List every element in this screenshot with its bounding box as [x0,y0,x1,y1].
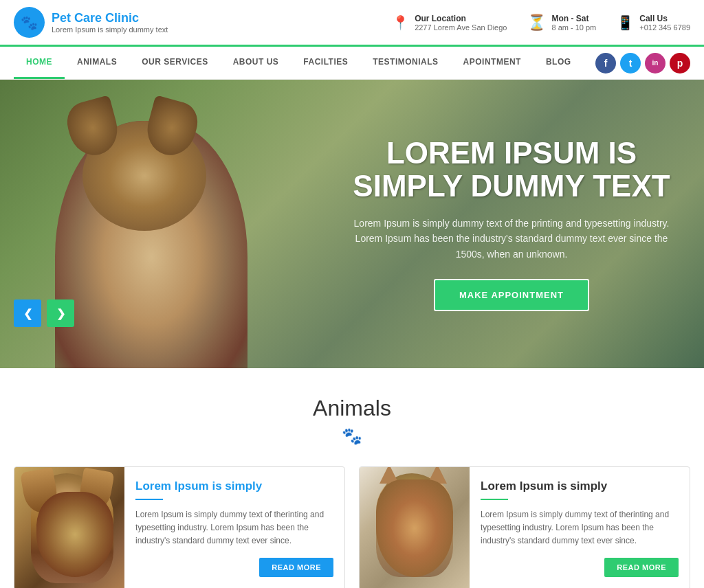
location-info: 📍 Our Location 2277 Lorem Ave San Diego [392,14,507,32]
section-paw-divider: 🐾 [14,427,690,446]
facebook-button[interactable]: f [595,53,616,74]
animal-card-dog: Lorem Ipsum is simply Lorem Ipsum is sim… [14,466,345,588]
nav-services[interactable]: OUR SERVICES [129,47,220,79]
header-info: 📍 Our Location 2277 Lorem Ave San Diego … [392,14,690,32]
nav-links: HOME ANIMALS OUR SERVICES ABOUT US FACIL… [14,47,584,79]
hours-value: 8 am - 10 pm [551,23,596,32]
prev-arrow-button[interactable]: ❮ [14,299,41,327]
hero-arrows: ❮ ❯ [14,299,74,327]
animals-cards: Lorem Ipsum is simply Lorem Ipsum is sim… [14,466,690,588]
phone-value: +012 345 6789 [639,23,690,32]
cat-read-more-button[interactable]: READ MORE [604,558,679,577]
animal-card-cat: Lorem Ipsum is simply Lorem Ipsum is sim… [359,466,690,588]
nav-home[interactable]: HOME [14,47,65,79]
nav-facilities[interactable]: FACILTIES [291,47,360,79]
make-appointment-button[interactable]: MAKE APPOINTMENT [434,279,589,311]
cat-ear-right [428,467,447,484]
instagram-button[interactable]: in [645,53,666,74]
pinterest-button[interactable]: p [670,53,690,74]
location-label: Our Location [415,14,507,23]
logo-text: Pet Care Clinic Lorem Ipsum is simply du… [52,11,168,34]
location-icon: 📍 [392,14,409,31]
dog-card-divider [135,499,163,500]
hours-info: ⏳ Mon - Sat 8 am - 10 pm [527,14,596,32]
cat-eye-left [390,494,399,502]
nav-testimonials[interactable]: TESTIMONIALS [360,47,450,79]
logo-icon: 🐾 [14,7,45,38]
cat-card-title: Lorem Ipsum is simply [481,479,679,493]
animals-section: Animals 🐾 Lorem Ipsum is simply Lorem Ip… [0,368,704,588]
hero-content: LOREM IPSUM IS SIMPLY DUMMY TEXT Lorem I… [346,137,676,311]
nav-animals[interactable]: ANIMALS [65,47,129,79]
animals-section-title: Animals [14,396,690,421]
twitter-button[interactable]: t [620,53,641,74]
hours-text: Mon - Sat 8 am - 10 pm [551,14,596,32]
cat-card-divider [481,499,508,500]
cat-card-image [360,467,470,588]
phone-label: Call Us [639,14,690,23]
hero-title: LOREM IPSUM IS SIMPLY DUMMY TEXT [346,137,676,203]
phone-icon: 📱 [617,14,634,31]
dog-card-content: Lorem Ipsum is simply Lorem Ipsum is sim… [124,467,344,588]
hero-section: LOREM IPSUM IS SIMPLY DUMMY TEXT Lorem I… [0,80,704,368]
logo-area: 🐾 Pet Care Clinic Lorem Ipsum is simply … [14,7,168,38]
site-title: Pet Care Clinic [52,11,168,25]
cat-ear-left [380,467,399,484]
cat-card-content: Lorem Ipsum is simply Lorem Ipsum is sim… [470,467,690,588]
next-arrow-button[interactable]: ❯ [47,299,74,327]
phone-text: Call Us +012 345 6789 [639,14,690,32]
dog-read-more-button[interactable]: READ MORE [259,558,333,577]
dog-card-title: Lorem Ipsum is simply [135,479,333,493]
cat-eye-right [424,494,432,502]
dog-card-image [14,467,124,588]
main-nav: HOME ANIMALS OUR SERVICES ABOUT US FACIL… [0,47,704,80]
cat-card-text: Lorem Ipsum is simply dummy text of ther… [481,508,679,548]
location-value: 2277 Lorem Ave San Diego [415,23,507,32]
hero-dog-area [21,93,282,368]
hours-icon: ⏳ [527,14,546,32]
nav-appointment[interactable]: APOINTMENT [451,47,534,79]
site-tagline: Lorem Ipsum is simply dummy text [52,25,168,34]
nav-blog[interactable]: BLOG [534,47,584,79]
site-header: 🐾 Pet Care Clinic Lorem Ipsum is simply … [0,0,704,47]
phone-info: 📱 Call Us +012 345 6789 [617,14,690,32]
social-links: f t in p [595,53,690,74]
hours-label: Mon - Sat [551,14,596,23]
dog-card-text: Lorem Ipsum is simply dummy text of ther… [135,508,333,548]
hero-description: Lorem Ipsum is simply dummy text of the … [346,216,676,262]
location-text: Our Location 2277 Lorem Ave San Diego [415,14,507,32]
nav-about[interactable]: ABOUT US [221,47,292,79]
